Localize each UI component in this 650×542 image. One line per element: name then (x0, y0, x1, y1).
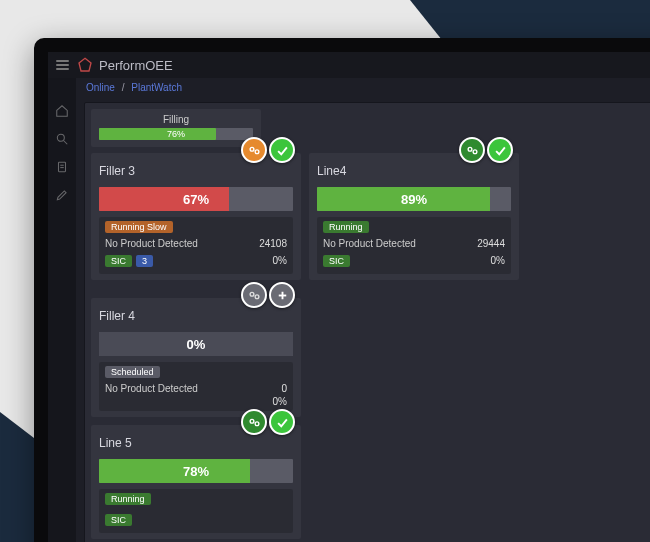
svg-point-9 (255, 294, 259, 298)
svg-point-14 (250, 419, 254, 423)
svg-point-12 (468, 147, 472, 151)
card-details: Running Slow No Product Detected 24108 S… (99, 217, 293, 274)
oee-bar: 67% (99, 187, 293, 211)
gear-icon[interactable] (241, 282, 267, 308)
card-title: Filler 3 (99, 164, 135, 178)
oee-pct: 67% (99, 187, 293, 211)
chip-count[interactable]: 3 (136, 255, 153, 267)
metric2-value: 0% (273, 255, 287, 266)
search-icon[interactable] (55, 132, 69, 146)
gear-icon[interactable] (459, 137, 485, 163)
metric-label: No Product Detected (105, 383, 198, 394)
svg-point-13 (473, 149, 477, 153)
card-status-icons (459, 137, 513, 163)
oee-pct: 89% (317, 187, 511, 211)
home-icon[interactable] (55, 104, 69, 118)
card-status-icons (241, 137, 295, 163)
status-chip: Scheduled (105, 366, 160, 378)
card-title: Line 5 (99, 436, 132, 450)
svg-rect-3 (59, 162, 66, 171)
svg-point-7 (255, 149, 259, 153)
content-area: Filling 76% (76, 98, 650, 542)
menu-icon[interactable] (56, 60, 69, 70)
clipboard-icon[interactable] (55, 160, 69, 174)
monitor-frame: PerformOEE Online / PlantWatch (34, 38, 650, 542)
card-status-icons (241, 409, 295, 435)
status-chip: Running (323, 221, 369, 233)
breadcrumb-online[interactable]: Online (86, 82, 115, 93)
check-icon[interactable] (269, 409, 295, 435)
sidebar (48, 78, 76, 542)
svg-point-6 (250, 147, 254, 151)
oee-bar: 78% (99, 459, 293, 483)
breadcrumb: Online / PlantWatch (48, 78, 650, 99)
metric-value: 0 (281, 383, 287, 394)
app-logo[interactable]: PerformOEE (77, 57, 173, 73)
gear-icon[interactable] (241, 137, 267, 163)
card-details: Running SIC (99, 489, 293, 533)
section-label: Filling (99, 114, 253, 125)
oee-bar: 0% (99, 332, 293, 356)
svg-marker-0 (79, 58, 91, 71)
oee-pct: 78% (99, 459, 293, 483)
section-progress-bar: 76% (99, 128, 253, 140)
card-line5[interactable]: Line 5 78% Running SIC (91, 425, 301, 539)
oee-bar: 89% (317, 187, 511, 211)
status-chip: Running (105, 493, 151, 505)
svg-point-15 (255, 421, 259, 425)
plus-icon[interactable] (269, 282, 295, 308)
section-head-filling[interactable]: Filling 76% (91, 109, 261, 147)
card-title: Line4 (317, 164, 346, 178)
svg-line-2 (64, 141, 68, 145)
svg-point-8 (250, 292, 254, 296)
app-title: PerformOEE (99, 58, 173, 73)
check-icon[interactable] (487, 137, 513, 163)
breadcrumb-plantwatch[interactable]: PlantWatch (131, 82, 182, 93)
check-icon[interactable] (269, 137, 295, 163)
card-details: Scheduled No Product Detected 0 0% (99, 362, 293, 411)
edit-icon[interactable] (55, 188, 69, 202)
card-filler3[interactable]: Filler 3 67% Running Slow No Product Det… (91, 153, 301, 280)
metric-value: 29444 (477, 238, 505, 249)
section-filling: Filling 76% (84, 102, 650, 542)
card-line4[interactable]: Line4 89% Running No Product Detected 29… (309, 153, 519, 280)
card-filler4[interactable]: Filler 4 0% Scheduled No Product Detecte… (91, 298, 301, 417)
metric-label: No Product Detected (105, 238, 198, 249)
metric-label: No Product Detected (323, 238, 416, 249)
card-title: Filler 4 (99, 309, 135, 323)
breadcrumb-separator: / (122, 82, 125, 93)
chip-sic[interactable]: SIC (105, 514, 132, 526)
oee-pct: 0% (99, 332, 293, 356)
metric2-value: 0% (273, 396, 287, 407)
card-status-icons (241, 282, 295, 308)
card-details: Running No Product Detected 29444 SIC 0% (317, 217, 511, 274)
logo-mark-icon (77, 57, 93, 73)
status-chip: Running Slow (105, 221, 173, 233)
metric2-value: 0% (491, 255, 505, 266)
chip-sic[interactable]: SIC (323, 255, 350, 267)
metric-value: 24108 (259, 238, 287, 249)
section-progress-pct: 76% (99, 128, 253, 140)
gear-icon[interactable] (241, 409, 267, 435)
topbar: PerformOEE (48, 52, 650, 78)
chip-sic[interactable]: SIC (105, 255, 132, 267)
svg-point-1 (57, 134, 64, 141)
